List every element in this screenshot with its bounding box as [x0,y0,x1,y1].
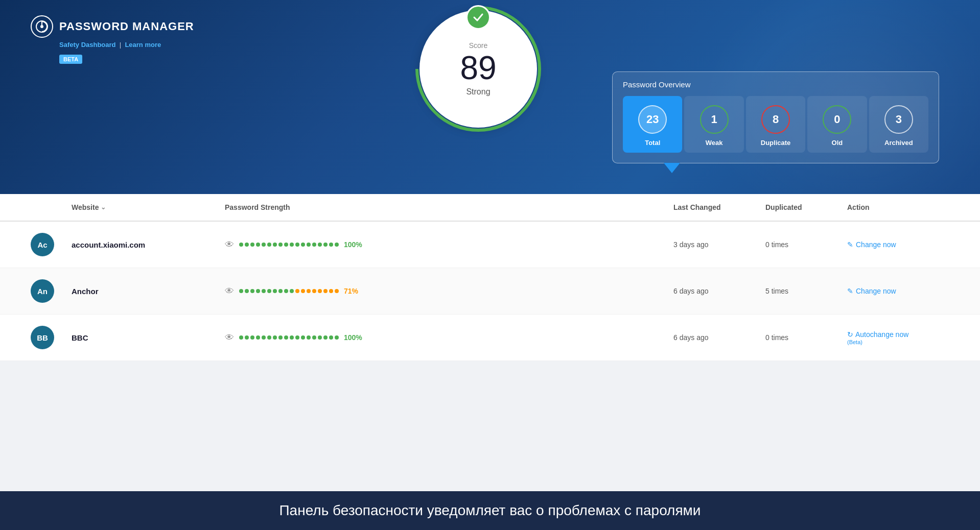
duplicate-count-circle: 8 [761,105,790,134]
site-name-bbc: BBC [72,333,225,342]
password-strength-bbc: 👁︎ 100% [225,332,673,343]
pct-bbc: 100% [344,333,362,342]
password-strength-xiaomi: 👁︎ 100% [225,239,673,250]
weak-label: Weak [706,139,723,147]
change-now-link-anchor[interactable]: ✎ Change now [847,287,949,295]
brand: PASSWORD MANAGER Safety Dashboard | Lear… [31,15,194,64]
password-strength-anchor: 👁︎ 71% [225,286,673,297]
total-count-circle: 23 [638,105,667,134]
site-name-xiaomi: account.xiaomi.com [72,240,225,249]
score-container: Score 89 Strong [419,10,537,128]
overview-card-old[interactable]: 0 Old [807,96,867,153]
eye-icon[interactable]: 👁︎ [225,332,234,343]
pct-anchor: 71% [344,287,358,295]
avatar-bbc: BB [31,326,72,349]
app-title: PASSWORD MANAGER [59,20,194,33]
score-circle: Score 89 Strong [419,10,537,128]
pct-xiaomi: 100% [344,240,362,249]
overview-card-archived[interactable]: 3 Archived [869,96,928,153]
site-name-anchor: Anchor [72,287,225,296]
brand-icon [31,15,53,38]
overview-card-duplicate[interactable]: 8 Duplicate [746,96,805,153]
dots-bar [239,243,339,247]
duplicate-label: Duplicate [761,139,791,147]
old-label: Old [832,139,843,147]
archived-count-circle: 3 [884,105,913,134]
table-header: Website ⌄ Password Strength Last Changed… [0,194,980,222]
overview-panel: Password Overview 23 Total 1 Weak 8 [612,71,939,163]
last-changed-anchor: 6 days ago [673,287,765,295]
dots-bar [239,335,339,340]
avatar-xiaomi: Ac [31,233,72,256]
archived-label: Archived [884,139,913,147]
duplicated-bbc: 0 times [765,333,847,342]
bottom-banner: Панель безопасности уведомляет вас о про… [0,491,980,530]
beta-label: (Beta) [847,339,862,345]
action-bbc[interactable]: ↻ Autochange now (Beta) [847,330,949,345]
brand-title: PASSWORD MANAGER [31,15,194,38]
overview-card-weak[interactable]: 1 Weak [684,96,743,153]
dots-bar [239,289,339,293]
table-row: An Anchor 👁︎ 71% 6 days ago 5 times ✎ Ch… [0,268,980,315]
col-duplicated: Duplicated [765,203,847,211]
col-password-strength: Password Strength [225,203,673,211]
total-label: Total [645,139,660,147]
action-xiaomi[interactable]: ✎ Change now [847,240,949,249]
duplicated-anchor: 5 times [765,287,847,295]
learn-more-link[interactable]: Learn more [125,41,161,49]
avatar-anchor: An [31,279,72,303]
col-website[interactable]: Website ⌄ [72,203,225,211]
svg-point-1 [40,25,43,28]
table-row: BB BBC 👁︎ 100% 6 days ago 0 times ↻ Auto… [0,315,980,361]
table-section: Website ⌄ Password Strength Last Changed… [0,194,980,361]
change-now-link-xiaomi[interactable]: ✎ Change now [847,240,949,249]
overview-card-total[interactable]: 23 Total [623,96,682,153]
header: PASSWORD MANAGER Safety Dashboard | Lear… [0,0,980,194]
banner-text: Панель безопасности уведомляет вас о про… [279,502,701,519]
autochange-link-bbc[interactable]: ↻ Autochange now (Beta) [847,330,949,345]
duplicated-xiaomi: 0 times [765,240,847,249]
last-changed-xiaomi: 3 days ago [673,240,765,249]
table-row: Ac account.xiaomi.com 👁︎ 100% 3 days ago… [0,222,980,268]
beta-badge: BETA [59,55,82,64]
overview-title: Password Overview [623,80,928,89]
eye-icon[interactable]: 👁︎ [225,286,234,297]
weak-count-circle: 1 [700,105,729,134]
website-sort-icon: ⌄ [101,204,106,211]
brand-subtitle: Safety Dashboard | Learn more [59,41,194,49]
old-count-circle: 0 [823,105,851,134]
last-changed-bbc: 6 days ago [673,333,765,342]
overview-cards: 23 Total 1 Weak 8 Duplicate [623,96,928,153]
col-action: Action [847,203,949,211]
score-check-icon [466,5,491,30]
action-anchor[interactable]: ✎ Change now [847,287,949,295]
col-last-changed: Last Changed [673,203,765,211]
eye-icon[interactable]: 👁︎ [225,239,234,250]
